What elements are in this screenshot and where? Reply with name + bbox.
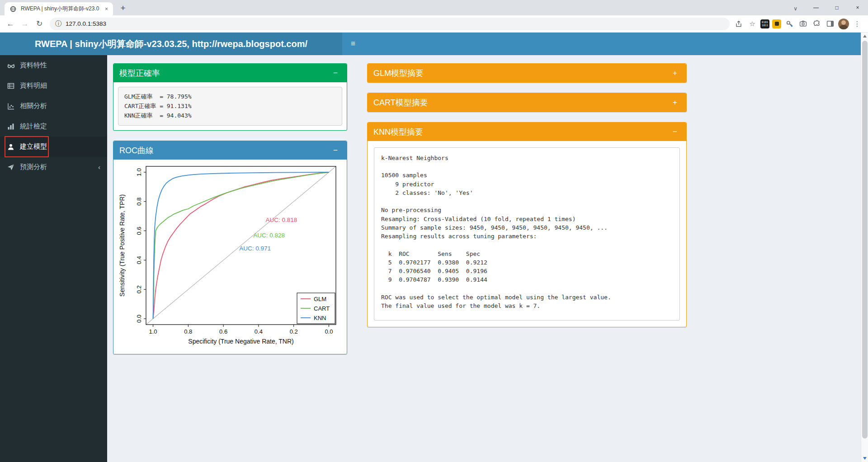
box-title: KNN模型摘要 <box>373 127 423 137</box>
binary-extension-icon[interactable]: 0101 1011 <box>760 19 769 28</box>
sidebar-item-correlation[interactable]: 相關分析 <box>0 96 107 116</box>
user-icon <box>7 143 15 151</box>
accuracy-output: GLM正確率 = 78.795% CART正確率 = 91.131% KNN正確… <box>118 87 342 126</box>
tab-close-icon[interactable]: × <box>103 5 110 13</box>
box-roc-curve: ROC曲線 − 1.00.80.60.40.20.00.00.20.40.60.… <box>113 141 347 354</box>
svg-text:0.8: 0.8 <box>136 198 142 206</box>
address-bar[interactable]: ⓘ 127.0.0.1:5383 <box>50 18 730 30</box>
extensions-puzzle-icon[interactable] <box>811 19 822 29</box>
box-title: 模型正確率 <box>119 68 160 79</box>
main-content: 模型正確率 − GLM正確率 = 78.795% CART正確率 = 91.13… <box>107 55 861 462</box>
svg-text:0.6: 0.6 <box>136 227 142 235</box>
svg-text:GLM: GLM <box>314 296 326 302</box>
sidebar-item-label: 資料特性 <box>20 61 47 70</box>
sidebar-item-label: 資料明細 <box>20 81 47 90</box>
expand-button[interactable]: + <box>668 98 682 107</box>
svg-text:AUC: 0.818: AUC: 0.818 <box>266 217 297 224</box>
bar-chart-icon <box>7 123 15 130</box>
knn-summary-output: k-Nearest Neighbors 10500 samples 9 pred… <box>374 147 680 321</box>
svg-text:0.2: 0.2 <box>290 328 298 335</box>
box-glm-summary: GLM模型摘要 + <box>367 63 687 83</box>
menu-kebab-icon[interactable]: ⋮ <box>852 19 863 29</box>
site-info-icon[interactable]: ⓘ <box>55 20 61 28</box>
box-glm-summary-header: GLM模型摘要 + <box>368 64 686 82</box>
browser-tab[interactable]: RWEPA | shiny小明算命師-v23.0 × <box>5 2 113 15</box>
box-cart-summary: CART模型摘要 + <box>367 93 687 112</box>
sidebar-item-label: 預測分析 <box>20 163 47 171</box>
key-extension-icon[interactable] <box>784 19 795 29</box>
svg-text:Sensitivity (True Positive Rat: Sensitivity (True Positive Rate, TPR) <box>118 194 126 297</box>
svg-text:0.4: 0.4 <box>255 328 263 335</box>
svg-text:KNN: KNN <box>314 315 326 321</box>
box-cart-summary-header: CART模型摘要 + <box>368 93 686 112</box>
profile-avatar[interactable] <box>838 19 849 29</box>
sidebar-item-label: 建立模型 <box>20 142 47 151</box>
svg-text:0.4: 0.4 <box>136 256 142 264</box>
browser-window: RWEPA | shiny小明算命師-v23.0 × + ∨ — □ × ← →… <box>0 0 868 462</box>
side-panel-icon[interactable] <box>825 19 835 29</box>
sidebar-item-label: 相關分析 <box>20 102 47 110</box>
browser-tabstrip: RWEPA | shiny小明算命師-v23.0 × + ∨ — □ × <box>0 0 868 15</box>
window-minimize-button[interactable]: — <box>806 0 826 15</box>
camera-extension-icon[interactable] <box>797 19 808 29</box>
box-model-accuracy-header: 模型正確率 − <box>113 64 347 82</box>
collapse-button[interactable]: − <box>329 146 342 155</box>
box-title: GLM模型摘要 <box>373 68 424 79</box>
forward-button[interactable]: → <box>18 17 32 31</box>
svg-text:1.0: 1.0 <box>136 168 142 176</box>
roc-chart: 1.00.80.60.40.20.00.00.20.40.60.81.0Spec… <box>117 162 343 351</box>
shiny-dashboard-app: RWEPA | shiny小明算命師-v23.03.25, http://rwe… <box>0 33 861 462</box>
browser-toolbar: ← → ↻ ⓘ 127.0.0.1:5383 ☆ 0101 1011 <box>0 15 868 33</box>
scroll-down-arrow-icon[interactable] <box>861 455 868 462</box>
svg-text:0.6: 0.6 <box>219 328 227 335</box>
table-list-icon <box>7 82 15 90</box>
box-title: ROC曲線 <box>119 145 154 156</box>
svg-text:0.2: 0.2 <box>136 286 142 294</box>
sidebar-item-prediction[interactable]: 預測分析 ‹ <box>0 157 107 177</box>
svg-text:0.8: 0.8 <box>184 328 192 335</box>
paper-plane-icon <box>7 164 15 171</box>
svg-text:AUC: 0.828: AUC: 0.828 <box>253 232 285 239</box>
reload-button[interactable]: ↻ <box>33 17 46 31</box>
box-model-accuracy: 模型正確率 − GLM正確率 = 78.795% CART正確率 = 91.13… <box>113 63 347 131</box>
box-knn-summary-header: KNN模型摘要 − <box>368 123 686 141</box>
orange-extension-glyph <box>775 22 779 26</box>
app-title: RWEPA | shiny小明算命師-v23.03.25, http://rwe… <box>0 33 342 55</box>
bookmark-star-icon[interactable]: ☆ <box>747 19 758 29</box>
window-close-button[interactable]: × <box>847 0 868 15</box>
new-tab-button[interactable]: + <box>117 2 129 14</box>
scroll-up-arrow-icon[interactable] <box>861 33 868 40</box>
collapse-button[interactable]: − <box>329 69 342 78</box>
dashboard-header: RWEPA | shiny小明算命師-v23.03.25, http://rwe… <box>0 33 861 55</box>
site-globe-icon <box>9 6 17 12</box>
sidebar-item-label: 統計檢定 <box>20 122 47 131</box>
box-roc-curve-header: ROC曲線 − <box>113 141 347 160</box>
share-icon[interactable] <box>733 19 744 29</box>
svg-text:AUC: 0.971: AUC: 0.971 <box>239 245 271 252</box>
window-maximize-button[interactable]: □ <box>826 0 847 15</box>
sidebar: 資料特性 資料明細 相關分析 <box>0 55 107 462</box>
svg-text:0.0: 0.0 <box>136 315 142 323</box>
expand-button[interactable]: + <box>668 69 682 78</box>
back-button[interactable]: ← <box>4 17 17 31</box>
sidebar-toggle-button[interactable]: ≡ <box>342 33 364 55</box>
url-text: 127.0.0.1:5383 <box>66 20 106 27</box>
sidebar-item-data-detail[interactable]: 資料明細 <box>0 75 107 96</box>
sidebar-item-build-model[interactable]: 建立模型 <box>0 137 107 157</box>
sidebar-item-statistical-test[interactable]: 統計檢定 <box>0 116 107 137</box>
box-knn-summary: KNN模型摘要 − k-Nearest Neighbors 10500 samp… <box>367 122 687 327</box>
chevron-left-icon: ‹ <box>98 163 100 171</box>
scrollbar-thumb[interactable] <box>862 41 868 438</box>
scatter-chart-icon <box>7 103 15 110</box>
svg-text:CART: CART <box>314 305 330 312</box>
sidebar-item-data-profile[interactable]: 資料特性 <box>0 55 107 75</box>
page-scrollbar[interactable] <box>861 33 868 462</box>
window-controls: — □ × <box>806 0 868 15</box>
svg-text:1.0: 1.0 <box>149 328 157 335</box>
collapse-button[interactable]: − <box>668 127 682 137</box>
tab-search-chevron-icon[interactable]: ∨ <box>793 5 797 12</box>
svg-text:Specificity (True Negative Rat: Specificity (True Negative Rate, TNR) <box>188 338 293 345</box>
toolbar-icon-cluster: ☆ 0101 1011 ⋮ <box>733 19 864 29</box>
orange-extension-icon[interactable] <box>772 19 781 28</box>
box-title: CART模型摘要 <box>373 97 428 108</box>
